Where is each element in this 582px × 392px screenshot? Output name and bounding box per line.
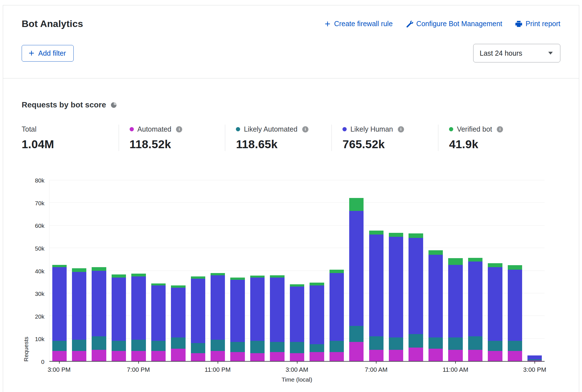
bar-segment-likely-automated[interactable] [468,336,482,350]
stacked-bar-7[interactable] [191,180,205,361]
bar-segment-verified-bot[interactable] [488,263,502,267]
bar-segment-automated[interactable] [92,350,106,361]
bar-segment-likely-human[interactable] [330,273,344,341]
bar-segment-likely-human[interactable] [527,355,542,359]
bar-segment-likely-human[interactable] [428,255,443,337]
bar-segment-likely-human[interactable] [389,237,403,337]
bar-segment-automated[interactable] [151,351,166,361]
bar-segment-automated[interactable] [131,351,146,361]
bar-segment-likely-human[interactable] [112,278,126,341]
stacked-bar-19[interactable] [428,180,443,361]
bar-segment-likely-human[interactable] [409,238,423,334]
stacked-bar-12[interactable] [290,180,304,361]
bar-segment-likely-automated[interactable] [428,337,443,349]
bar-segment-automated[interactable] [468,350,482,361]
bar-segment-likely-automated[interactable] [330,341,344,352]
stacked-bar-0[interactable] [52,180,67,361]
bar-segment-likely-automated[interactable] [92,336,106,350]
stacked-bar-23[interactable] [508,180,522,361]
stacked-bar-14[interactable] [330,180,344,361]
bar-segment-likely-automated[interactable] [270,342,284,352]
bar-segment-automated[interactable] [488,351,502,361]
stacked-bar-4[interactable] [131,180,146,361]
bar-segment-likely-automated[interactable] [151,341,166,351]
info-icon[interactable]: i [497,126,503,132]
bar-segment-likely-automated[interactable] [349,326,364,342]
bar-segment-likely-human[interactable] [131,276,146,340]
bar-segment-automated[interactable] [508,351,522,361]
bar-segment-likely-human[interactable] [92,271,106,336]
bar-segment-verified-bot[interactable] [131,274,146,276]
stacked-bar-11[interactable] [270,180,284,361]
bar-segment-likely-automated[interactable] [131,340,146,351]
stat-legend-item-1[interactable]: Likely Automated i 118.65k [225,125,331,151]
bar-segment-likely-human[interactable] [250,278,265,341]
bar-segment-verified-bot[interactable] [290,284,304,287]
stacked-bar-5[interactable] [151,180,166,361]
bar-segment-verified-bot[interactable] [428,250,443,255]
bar-segment-verified-bot[interactable] [508,265,522,269]
info-icon[interactable]: i [176,126,182,132]
bar-segment-likely-human[interactable] [52,267,67,341]
info-icon[interactable]: i [398,126,404,132]
bar-segment-automated[interactable] [330,352,344,361]
bar-segment-automated[interactable] [191,353,205,361]
bar-segment-verified-bot[interactable] [389,233,403,237]
bar-segment-likely-automated[interactable] [250,341,265,353]
stacked-bar-17[interactable] [389,180,403,361]
bar-segment-automated[interactable] [310,352,324,361]
bar-segment-likely-automated[interactable] [191,343,205,353]
bar-segment-automated[interactable] [290,353,304,361]
bar-segment-verified-bot[interactable] [349,198,364,211]
stacked-bar-13[interactable] [310,180,324,361]
bar-segment-automated[interactable] [270,352,284,361]
bar-segment-verified-bot[interactable] [230,278,245,280]
bar-segment-automated[interactable] [52,351,67,361]
bar-segment-likely-human[interactable] [468,262,482,336]
bar-segment-automated[interactable] [448,350,463,361]
bar-segment-automated[interactable] [211,351,225,361]
bar-segment-verified-bot[interactable] [92,267,106,271]
bar-segment-likely-human[interactable] [171,288,185,337]
stacked-bar-1[interactable] [72,180,86,361]
bar-segment-automated[interactable] [72,351,86,361]
bar-segment-likely-automated[interactable] [52,341,67,351]
stacked-bar-9[interactable] [230,180,245,361]
bar-segment-verified-bot[interactable] [468,258,482,262]
stacked-bar-18[interactable] [409,180,423,361]
bar-segment-likely-automated[interactable] [171,337,185,349]
bar-segment-verified-bot[interactable] [52,265,67,267]
stacked-bar-10[interactable] [250,180,265,361]
bar-segment-verified-bot[interactable] [310,283,324,285]
create-firewall-rule-link[interactable]: Create firewall rule [324,20,392,28]
bar-segment-likely-automated[interactable] [508,341,522,351]
info-icon[interactable]: i [302,126,308,132]
bar-segment-automated[interactable] [409,348,423,361]
bar-segment-verified-bot[interactable] [112,274,126,277]
stacked-bar-6[interactable] [171,180,185,361]
stacked-bar-15[interactable] [349,180,364,361]
bar-segment-likely-human[interactable] [369,235,384,336]
bar-segment-automated[interactable] [230,352,245,361]
bar-segment-likely-human[interactable] [488,267,502,341]
bar-segment-verified-bot[interactable] [171,285,185,288]
bar-segment-automated[interactable] [527,361,542,361]
bar-segment-verified-bot[interactable] [369,231,384,235]
add-filter-button[interactable]: Add filter [22,45,74,62]
bar-segment-automated[interactable] [171,349,185,361]
bar-segment-likely-automated[interactable] [72,340,86,351]
configure-bot-management-link[interactable]: Configure Bot Management [406,20,502,28]
bar-segment-verified-bot[interactable] [409,233,423,238]
stacked-bar-2[interactable] [92,180,106,361]
bar-segment-verified-bot[interactable] [211,273,225,275]
bar-segment-verified-bot[interactable] [72,268,86,272]
bar-segment-likely-human[interactable] [151,285,166,341]
bar-segment-likely-human[interactable] [310,285,324,344]
bar-segment-likely-human[interactable] [448,265,463,337]
bar-segment-likely-automated[interactable] [211,340,225,351]
stacked-bar-8[interactable] [211,180,225,361]
bar-segment-likely-automated[interactable] [230,342,245,352]
bar-segment-likely-automated[interactable] [369,336,384,350]
stacked-bar-21[interactable] [468,180,482,361]
bar-segment-likely-automated[interactable] [409,334,423,348]
